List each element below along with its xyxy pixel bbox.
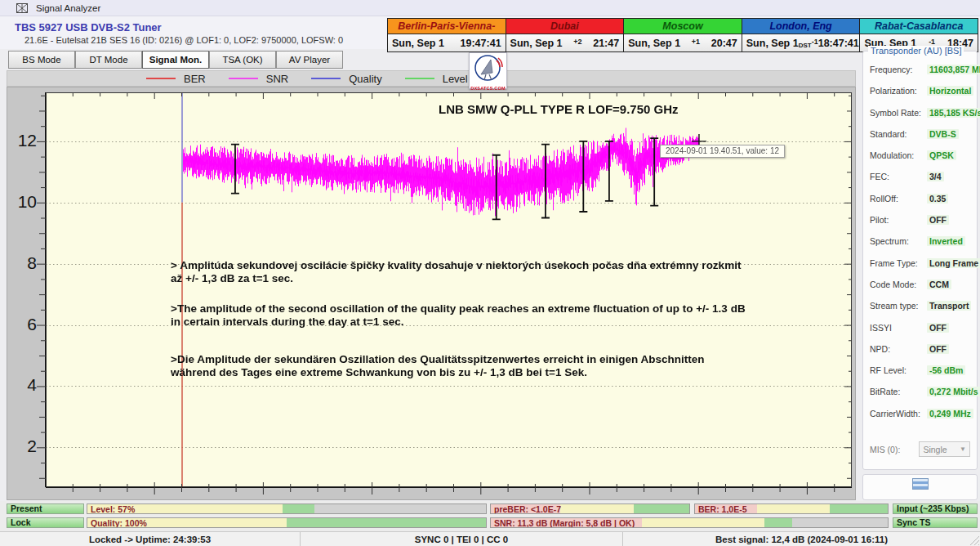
resize-grip[interactable] bbox=[969, 535, 979, 545]
clock-time: 18:47:41 bbox=[818, 38, 859, 49]
tp-row-npd: NPD:OFF bbox=[870, 344, 970, 365]
status-lock-uptime: Locked -> Uptime: 24:39:53 bbox=[0, 532, 301, 546]
tab-tsa[interactable]: TSA (OK) bbox=[209, 51, 276, 69]
annotation-en: >The amplitude of the second oscillation… bbox=[171, 302, 747, 329]
tp-value: OFF bbox=[927, 215, 949, 225]
tp-value: CCM bbox=[927, 280, 951, 289]
tp-label: RF Level: bbox=[870, 365, 927, 375]
satellite-dish-icon bbox=[470, 53, 506, 83]
clock-city-label: Dubai bbox=[506, 19, 624, 34]
tp-label: Polarization: bbox=[870, 86, 927, 96]
tp-label: Modulation: bbox=[870, 150, 927, 160]
clock-date: Sun, Sep 1 bbox=[510, 38, 563, 49]
present-badge: Present bbox=[7, 503, 84, 514]
quality-bar: Quality: 100% bbox=[87, 517, 487, 528]
tp-label: Stream type: bbox=[870, 301, 927, 311]
signal-status-bars: Present Level: 57% preBER: <1.0E-7 BER: … bbox=[0, 501, 980, 531]
y-tick-label: 12 bbox=[12, 131, 37, 150]
satellite-info: 21.6E - Eutelsat 21B SES 16 (ID: 0216) @… bbox=[24, 35, 343, 45]
level-line-swatch bbox=[405, 78, 434, 79]
tp-label: FEC: bbox=[870, 172, 927, 181]
tab-bs-mode[interactable]: BS Mode bbox=[8, 51, 75, 69]
clock-moscow: Moscow Sun, Sep 1 +1 20:47 bbox=[624, 18, 742, 52]
bar-segment bbox=[287, 518, 486, 527]
stream-box bbox=[862, 474, 978, 500]
clock-time: 20:47 bbox=[711, 38, 737, 49]
tab-av-player[interactable]: AV Player bbox=[276, 51, 343, 69]
tp-value: Inverted bbox=[927, 236, 965, 246]
signal-chart-frame: 24681012 LNB SMW Q-PLL TYPE R LOF=9.750 … bbox=[7, 87, 856, 500]
legend-label: Level bbox=[443, 73, 468, 85]
preber-bar-label: preBER: <1.0E-7 bbox=[494, 504, 561, 514]
bar-segment bbox=[283, 504, 314, 513]
clock-time: 19:47:41 bbox=[461, 38, 501, 49]
stream-icon[interactable] bbox=[912, 478, 929, 490]
tp-value: 0.35 bbox=[927, 194, 948, 204]
tp-row-pilot: Pilot:OFF bbox=[870, 215, 970, 236]
tp-label: Standard: bbox=[870, 129, 927, 139]
clock-berlin: Berlin-Paris-Vienna-Roma Sun, Sep 1 19:4… bbox=[387, 18, 506, 52]
clock-london: London, Eng Sun, Sep 1 DST-1 18:47:41 bbox=[742, 18, 861, 52]
y-tick-label: 8 bbox=[12, 253, 37, 273]
level-bar: Level: 57% bbox=[87, 503, 487, 514]
mis-dropdown[interactable]: Single ▼ bbox=[919, 441, 970, 457]
tp-value: 0,249 MHz bbox=[927, 409, 973, 418]
tp-label: Frame Type: bbox=[870, 258, 927, 268]
bar-segment bbox=[634, 504, 689, 513]
tp-row-modulation: Modulation:QPSK bbox=[870, 150, 970, 172]
tp-label: Spectrum: bbox=[870, 236, 927, 246]
app-header: TBS 5927 USB DVB-S2 Tuner 21.6E - Eutels… bbox=[0, 16, 980, 49]
tp-value: OFF bbox=[927, 344, 949, 354]
tp-row-standard: Standard:DVB-S bbox=[870, 129, 970, 150]
tp-label: BitRate: bbox=[870, 387, 927, 396]
bar-segment bbox=[764, 518, 792, 527]
tp-row-issyi: ISSYIOFF bbox=[870, 323, 970, 344]
tuner-title: TBS 5927 USB DVB-S2 Tuner bbox=[15, 21, 162, 34]
status-sync-counters: SYNC 0 | TEI 0 | CC 0 bbox=[301, 532, 623, 546]
legend-item-snr: SNR bbox=[229, 73, 288, 85]
tp-row-carrier-width: CarrierWidth:0,249 MHz bbox=[870, 409, 970, 430]
tp-value: Long Frame bbox=[927, 258, 980, 268]
level-bar-label: Level: 57% bbox=[91, 504, 135, 514]
bar-segment bbox=[560, 504, 634, 513]
cursor-tooltip: 2024-09-01 19.40.51, value: 12 bbox=[660, 145, 785, 158]
tp-label: NPD: bbox=[870, 344, 927, 354]
quality-line-swatch bbox=[311, 78, 341, 79]
tp-label: CarrierWidth: bbox=[870, 409, 927, 418]
tp-row-rf-level: RF Level:-56 dBm bbox=[870, 365, 970, 387]
tp-row-frequency: Frequency:11603,857 MHz bbox=[870, 65, 970, 86]
mis-label: MIS (0): bbox=[870, 445, 919, 454]
y-tick-label: 2 bbox=[12, 436, 37, 456]
tp-value: QPSK bbox=[927, 150, 956, 160]
clock-time: 21:47 bbox=[593, 38, 619, 49]
chart-title: LNB SMW Q-PLL TYPE R LOF=9.750 GHz bbox=[439, 102, 679, 116]
window-titlebar: Signal Analyzer bbox=[0, 0, 980, 16]
tp-row-symbol-rate: Symbol Rate:185,185 KS/s bbox=[870, 108, 970, 129]
tp-value: -56 dBm bbox=[927, 365, 965, 375]
tp-label: Code Mode: bbox=[870, 280, 927, 289]
tp-value: DVB-S bbox=[927, 129, 959, 139]
tab-signal-mon[interactable]: Signal Mon. bbox=[142, 51, 209, 69]
logo-text: DXSATCS.COM bbox=[470, 86, 506, 91]
tp-row-stream-type: Stream type:Transport bbox=[870, 301, 970, 322]
ber-bar: BER: 1,0E-5 bbox=[694, 503, 889, 514]
bar-segment bbox=[314, 504, 486, 513]
chart-annotations: > Amplitúda sekundovej oscilácie špičky … bbox=[171, 259, 747, 379]
mis-selected-value: Single bbox=[923, 445, 947, 454]
bar-segment bbox=[642, 518, 765, 527]
tab-dt-mode[interactable]: DT Mode bbox=[75, 51, 142, 69]
mis-row: MIS (0): Single ▼ bbox=[870, 441, 970, 457]
sync-ts-badge: Sync TS bbox=[893, 517, 978, 528]
tp-row-bitrate: BitRate:0,272 Mbit/s bbox=[870, 387, 970, 408]
status-best-signal: Best signal: 12,4 dB (2024-09-01 16:11) bbox=[623, 532, 980, 546]
y-tick-label: 10 bbox=[12, 192, 37, 212]
legend-item-level: Level bbox=[405, 73, 468, 85]
clock-time-row: Sun, Sep 1 +2 21:47 bbox=[506, 34, 624, 51]
bar-segment bbox=[757, 504, 831, 513]
tp-label: ISSYI bbox=[870, 323, 927, 333]
tp-value: 0,272 Mbit/s bbox=[927, 387, 980, 396]
clock-date: Sun, Sep 1 bbox=[628, 38, 680, 49]
tp-label: Pilot: bbox=[870, 215, 927, 225]
tp-value: 11603,857 MHz bbox=[927, 65, 980, 74]
y-tick-label: 6 bbox=[12, 315, 37, 334]
